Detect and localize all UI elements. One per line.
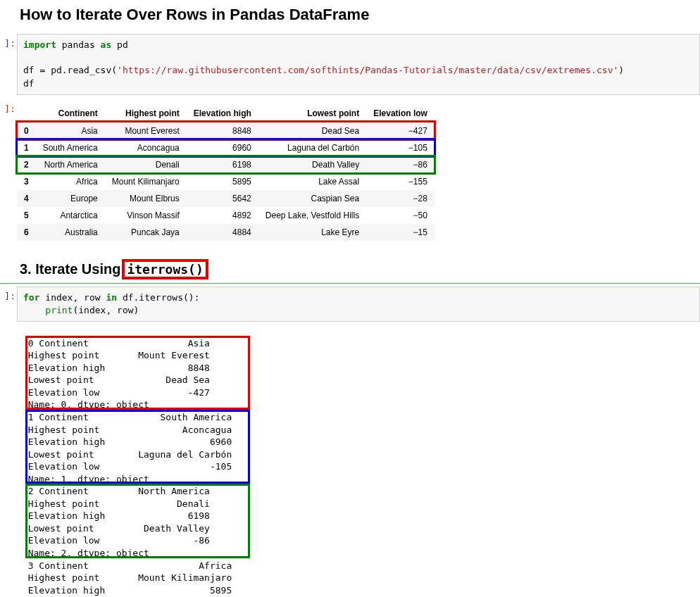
table-row: 2North AmericaDenali6198Death Valley−86 xyxy=(17,156,435,173)
code-cell-2: ]: for index, row in df.iterrows(): prin… xyxy=(0,287,700,322)
page-title: How to Iterate Over Rows in Pandas DataF… xyxy=(20,6,700,24)
col-header: Elevation low xyxy=(366,105,435,122)
col-header: Elevation high xyxy=(187,105,258,122)
section-divider xyxy=(0,283,700,284)
output-block: 0 Continent Asia Highest point Mount Eve… xyxy=(28,337,232,411)
text-output: 0 Continent Asia Highest point Mount Eve… xyxy=(17,325,700,596)
input-prompt-2: ]: xyxy=(0,287,15,301)
code-input-2[interactable]: for index, row in df.iterrows(): print(i… xyxy=(17,287,700,322)
output-prompt: ]: xyxy=(0,99,15,114)
table-row: 1South AmericaAconcagua6960Laguna del Ca… xyxy=(17,139,435,156)
table-row: 3AfricaMount Kilimanjaro5895Lake Assal−1… xyxy=(17,173,435,190)
output-block: 3 Continent Africa Highest point Mount K… xyxy=(28,560,232,597)
iterrows-code: iterrows() xyxy=(124,261,206,277)
output-block: 1 Continent South America Highest point … xyxy=(28,411,232,485)
dataframe-output: ContinentHighest pointElevation highLowe… xyxy=(17,105,435,241)
code-cell-1: ]: import pandas as pd df = pd.read_csv(… xyxy=(0,34,700,95)
table-row: 6AustraliaPuncak Jaya4884Lake Eyre−15 xyxy=(17,224,435,241)
col-header: Highest point xyxy=(105,105,187,122)
table-row: 0AsiaMount Everest8848Dead Sea−427 xyxy=(17,122,435,139)
input-prompt: ]: xyxy=(0,34,15,49)
section-heading: 3. Iterate Using iterrows() xyxy=(20,261,700,277)
output-block: 2 Continent North America Highest point … xyxy=(28,485,232,559)
output-cell-1: ]: ContinentHighest pointElevation highL… xyxy=(0,99,700,243)
col-header: Lowest point xyxy=(258,105,366,122)
col-header: Continent xyxy=(36,105,105,122)
section-text: 3. Iterate Using xyxy=(20,261,120,277)
code-input[interactable]: import pandas as pd df = pd.read_csv('ht… xyxy=(17,34,700,95)
iterrows-label: iterrows() xyxy=(127,262,203,277)
table-row: 5AntarcticaVinson Massif4892Deep Lake, V… xyxy=(17,207,435,224)
dataframe-table: ContinentHighest pointElevation highLowe… xyxy=(17,105,435,241)
table-row: 4EuropeMount Elbrus5642Caspian Sea−28 xyxy=(17,190,435,207)
